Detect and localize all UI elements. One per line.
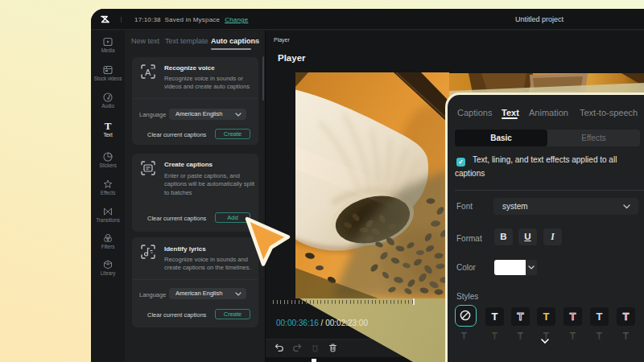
- svg-text:T: T: [105, 120, 112, 131]
- svg-text:A: A: [145, 68, 151, 77]
